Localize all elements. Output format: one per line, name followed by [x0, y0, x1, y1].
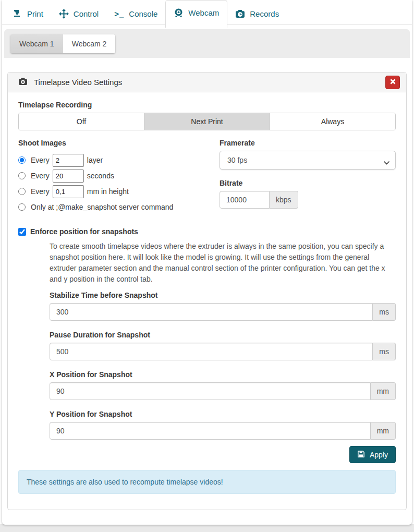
y-position-label: Y Position for Snapshot — [50, 410, 396, 418]
timelapse-settings-card: Timelapse Video Settings Timelapse Recor… — [7, 72, 407, 510]
x-position-input[interactable] — [50, 382, 371, 400]
x-position-label: X Position for Snapshot — [50, 370, 396, 379]
seconds-input[interactable] — [53, 170, 84, 183]
camera-clock-icon — [235, 9, 245, 19]
page-background-band — [0, 524, 414, 532]
webcam-button-group: Webcam 1 Webcam 2 — [10, 34, 115, 53]
recording-always-button[interactable]: Always — [270, 113, 395, 130]
enforce-position-label[interactable]: Enforce position for snapshots — [30, 227, 138, 236]
radio-prefix: Every — [31, 172, 50, 180]
tab-label: Console — [129, 9, 157, 18]
y-position-unit: mm — [371, 422, 396, 440]
radio-suffix: layer — [87, 156, 103, 164]
info-alert: These settings are also used to recomput… — [18, 470, 396, 494]
framerate-label: Framerate — [220, 139, 396, 147]
every-height-radio[interactable] — [18, 188, 26, 195]
tab-label: Records — [250, 9, 279, 18]
close-icon — [389, 78, 396, 87]
tab-console[interactable]: >_ Console — [106, 3, 165, 25]
close-button[interactable] — [385, 76, 400, 89]
webcam-selector-strip: Webcam 1 Webcam 2 — [4, 29, 410, 58]
server-command-radio[interactable] — [18, 203, 26, 211]
pause-duration-group: ms — [50, 343, 396, 360]
pause-duration-unit: ms — [373, 343, 396, 360]
tab-label: Print — [27, 9, 43, 18]
framerate-select[interactable]: 30 fps — [220, 151, 396, 170]
enforce-description: To create smooth timelapse videos where … — [50, 241, 398, 285]
stabilize-time-input[interactable] — [50, 303, 373, 321]
card-body: Timelapse Recording Off Next Print Alway… — [8, 92, 406, 510]
radio-suffix: mm in height — [87, 187, 129, 196]
stabilize-time-group: ms — [50, 303, 396, 321]
layer-count-input[interactable] — [53, 154, 84, 167]
terminal-icon: >_ — [114, 9, 124, 18]
pause-duration-input[interactable] — [50, 343, 373, 360]
card-header: Timelapse Video Settings — [8, 72, 406, 92]
recording-mode-group: Off Next Print Always — [18, 113, 396, 130]
tab-records[interactable]: Records — [227, 3, 287, 25]
radio-prefix: Every — [31, 187, 50, 196]
stabilize-time-unit: ms — [373, 303, 396, 321]
bitrate-input[interactable] — [220, 191, 270, 209]
shoot-on-command-row: Only at ;@make_snapshot server command — [18, 199, 206, 215]
radio-prefix: Every — [31, 156, 50, 164]
y-position-group: mm — [50, 422, 396, 440]
every-seconds-radio[interactable] — [18, 172, 26, 179]
radio-suffix: seconds — [87, 172, 114, 180]
height-input[interactable] — [53, 185, 84, 198]
enforce-position-checkbox[interactable] — [18, 228, 26, 236]
webcam-icon — [174, 8, 184, 18]
shoot-every-height-row: Every mm in height — [18, 184, 206, 199]
main-panel: Print Control >_ Console — [2, 0, 412, 525]
recording-off-button[interactable]: Off — [19, 113, 144, 130]
tab-webcam[interactable]: Webcam — [165, 0, 227, 28]
stabilize-time-label: Stabilize Time before Snapshot — [50, 291, 396, 299]
radio-label: Only at ;@make_snapshot server command — [31, 203, 173, 211]
apply-label: Apply — [370, 451, 388, 459]
shoot-images-label: Shoot Images — [18, 139, 206, 147]
save-icon — [357, 450, 365, 460]
shoot-every-seconds-row: Every seconds — [18, 168, 206, 184]
bitrate-group: kbps — [220, 191, 298, 209]
tab-label: Webcam — [188, 8, 219, 17]
apply-button[interactable]: Apply — [349, 446, 396, 463]
enforce-position-row: Enforce position for snapshots — [18, 227, 396, 236]
webcam-2-button[interactable]: Webcam 2 — [63, 34, 116, 53]
webcam-1-button[interactable]: Webcam 1 — [10, 34, 63, 53]
timelapse-recording-label: Timelapse Recording — [18, 101, 396, 109]
tab-control[interactable]: Control — [51, 3, 106, 25]
printer-icon — [13, 9, 22, 18]
move-icon — [59, 9, 69, 19]
x-position-unit: mm — [371, 382, 396, 400]
tab-label: Control — [74, 9, 99, 18]
every-layer-radio[interactable] — [18, 156, 26, 164]
tab-print[interactable]: Print — [5, 3, 51, 25]
bitrate-unit: kbps — [270, 191, 298, 209]
card-title: Timelapse Video Settings — [34, 78, 379, 87]
shoot-every-layer-row: Every layer — [18, 152, 206, 168]
camera-icon — [18, 77, 28, 88]
pause-duration-label: Pause Duration for Snapshot — [50, 331, 396, 339]
recording-next-print-button[interactable]: Next Print — [144, 113, 270, 130]
bitrate-label: Bitrate — [220, 179, 396, 187]
y-position-input[interactable] — [50, 422, 371, 440]
x-position-group: mm — [50, 382, 396, 400]
top-nav: Print Control >_ Console — [2, 0, 412, 25]
